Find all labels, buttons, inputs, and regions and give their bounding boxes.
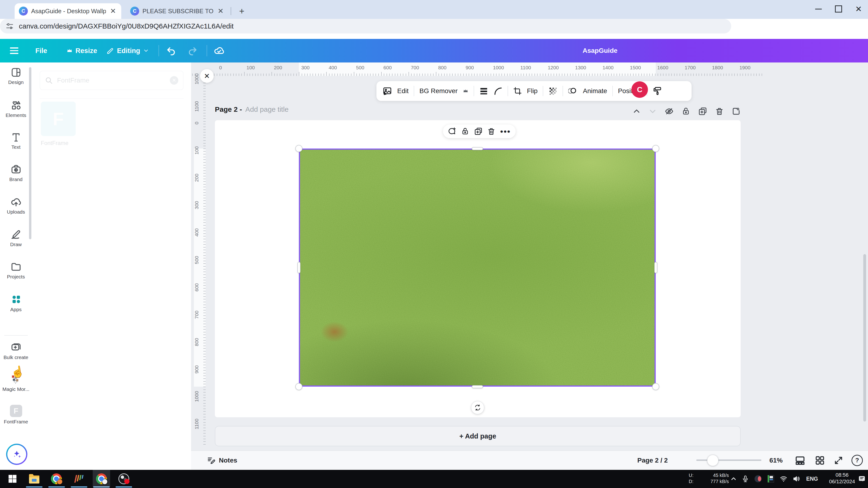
app-tray-icon-card[interactable] [766, 472, 776, 486]
ruler-tick [203, 285, 206, 286]
stripes-app-button[interactable] [71, 472, 86, 486]
help-button[interactable]: ? [851, 451, 863, 470]
sidebar-item-elements[interactable]: Elements [0, 100, 32, 118]
wifi-tray-icon[interactable] [778, 472, 789, 486]
resize-menu[interactable]: Resize [66, 39, 97, 63]
animate-button[interactable]: Animate [583, 87, 607, 95]
url-text[interactable]: canva.com/design/DAGXFBBoiYg/0U8xD9Q6AHZ… [19, 22, 234, 30]
editing-mode-menu[interactable]: Editing [106, 39, 149, 63]
resize-handle-bottom-left[interactable] [295, 383, 302, 390]
notification-center-icon[interactable] [856, 472, 868, 486]
undo-button[interactable] [166, 39, 177, 63]
window-maximize-button[interactable] [830, 0, 847, 18]
main-menu-icon[interactable] [10, 39, 19, 63]
resize-handle-top-left[interactable] [295, 145, 302, 152]
tab-close-icon[interactable]: ✕ [109, 7, 117, 14]
edit-image-icon[interactable] [382, 86, 392, 96]
bg-remover-button[interactable]: BG Remover [420, 87, 458, 95]
zoom-percent[interactable]: 61% [769, 451, 783, 470]
transparency-icon[interactable] [549, 87, 557, 96]
copy-style-roller-icon[interactable] [652, 86, 662, 96]
volume-tray-icon[interactable] [791, 472, 802, 486]
resize-handle-top-right[interactable] [652, 145, 659, 152]
zoom-slider-track[interactable] [696, 459, 762, 461]
window-minimize-button[interactable] [810, 0, 827, 18]
obs-button[interactable] [117, 472, 131, 486]
add-page-button[interactable]: + Add page [215, 426, 741, 446]
ruler-tick [759, 73, 760, 76]
sidebar-item-uploads[interactable]: Uploads [0, 196, 32, 215]
rotate-handle[interactable] [471, 401, 484, 414]
fontframe-app-tile[interactable]: F [41, 102, 76, 136]
clock[interactable]: 08:56 06/12/2024 [823, 472, 861, 485]
zoom-slider-thumb[interactable] [707, 455, 718, 466]
resize-handle-top[interactable] [472, 147, 483, 150]
pages-view-button[interactable] [795, 451, 805, 470]
canvas-scrollbar[interactable] [863, 254, 866, 422]
more-options-icon[interactable]: ••• [500, 127, 511, 136]
search-input[interactable]: FontFrame ✕ [40, 71, 184, 90]
window-close-button[interactable]: ✕ [850, 0, 867, 18]
tab-close-icon[interactable]: ✕ [217, 7, 224, 14]
chrome-profile1-button[interactable] [49, 472, 64, 486]
tray-expand-icon[interactable] [728, 472, 739, 486]
browser-tab-active[interactable]: C AsapGuide - Desktop Wallpape ✕ [14, 3, 121, 19]
notes-button[interactable]: Notes [207, 451, 237, 470]
corner-rounding-icon[interactable] [493, 87, 502, 96]
address-bar[interactable]: canva.com/design/DAGXFBBoiYg/0U8xD9Q6AHZ… [0, 19, 731, 33]
grass-image[interactable] [299, 149, 656, 387]
sidebar-item-text[interactable]: Text [0, 132, 32, 150]
sidebar-item-bulk-create[interactable]: Bulk create [0, 342, 32, 360]
lock-page-icon[interactable] [682, 107, 690, 116]
chrome-profile2-button[interactable] [94, 472, 109, 486]
page-title-input[interactable]: Add page title [245, 105, 288, 113]
delete-page-icon[interactable] [715, 107, 724, 116]
lock-element-icon[interactable] [461, 127, 469, 135]
microphone-tray-icon[interactable] [740, 472, 750, 486]
ruler-tick [203, 261, 206, 261]
sidebar-item-draw[interactable]: Draw [0, 229, 32, 247]
user-avatar[interactable]: C [631, 81, 648, 98]
crop-icon[interactable] [513, 87, 522, 95]
clear-search-icon[interactable]: ✕ [170, 76, 178, 85]
duplicate-page-icon[interactable] [698, 107, 707, 116]
hide-page-icon[interactable] [665, 107, 674, 116]
move-page-down-icon[interactable] [649, 107, 657, 115]
delete-element-icon[interactable] [487, 127, 495, 135]
add-comment-icon[interactable] [448, 127, 456, 135]
ruler-tick [288, 73, 288, 76]
duplicate-element-icon[interactable] [474, 127, 483, 135]
resize-handle-bottom-right[interactable] [652, 383, 659, 390]
file-menu[interactable]: File [35, 39, 47, 63]
close-panel-button[interactable]: ✕ [200, 69, 214, 83]
divider [207, 45, 207, 56]
ruler-tick [452, 73, 453, 76]
sidebar-item-design[interactable]: Design [0, 67, 32, 85]
sidebar-item-brand[interactable]: Brand [0, 164, 32, 182]
ruler-tick [277, 73, 277, 76]
site-settings-icon[interactable] [6, 22, 14, 30]
sidebar-item-projects[interactable]: Projects [0, 261, 32, 280]
border-style-icon[interactable] [479, 87, 488, 96]
sidebar-item-apps[interactable]: Apps [0, 294, 32, 312]
resize-handle-left[interactable] [298, 262, 301, 273]
add-page-after-icon[interactable] [732, 107, 741, 116]
ruler-tick [729, 73, 729, 76]
resize-handle-bottom[interactable] [472, 385, 483, 388]
redo-button[interactable] [187, 39, 197, 63]
new-tab-button[interactable]: + [236, 5, 248, 18]
language-indicator[interactable]: ENG [804, 472, 820, 486]
browser-tab-inactive[interactable]: C PLEASE SUBSCRIBE TO THIS CH ✕ [126, 3, 229, 19]
grid-view-button[interactable] [815, 451, 825, 470]
edit-button[interactable]: Edit [397, 87, 408, 95]
file-explorer-button[interactable] [27, 472, 41, 486]
move-page-up-icon[interactable] [632, 107, 641, 115]
fullscreen-button[interactable] [834, 451, 843, 470]
flip-button[interactable]: Flip [527, 87, 537, 95]
resize-handle-right[interactable] [654, 262, 657, 273]
canvas-workarea[interactable]: 0100200300400500600700800900100011001200… [191, 63, 868, 450]
start-button[interactable] [5, 472, 20, 486]
sidebar-item-fontframe[interactable]: F FontFrame [0, 405, 32, 425]
app-tray-icon-circle[interactable] [753, 472, 763, 486]
canva-assistant-button[interactable] [6, 444, 27, 465]
